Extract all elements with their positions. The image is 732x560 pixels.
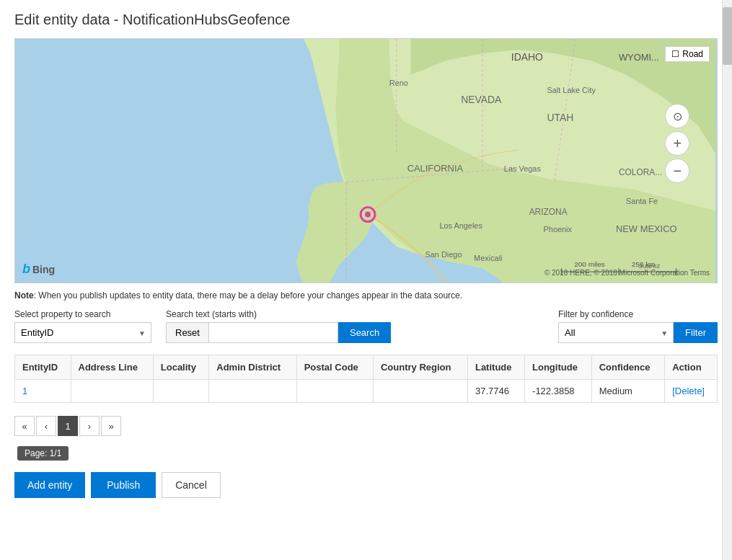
filter-select[interactable]: All High Medium Low <box>558 322 674 343</box>
search-button[interactable]: Search <box>338 322 391 343</box>
publish-button[interactable]: Publish <box>91 472 156 498</box>
bing-logo: b Bing <box>22 262 55 277</box>
property-select[interactable]: EntityID Address Line Locality Admin Dis… <box>14 322 151 343</box>
svg-text:Salt Lake City: Salt Lake City <box>547 86 596 94</box>
zoom-in-icon: + <box>673 135 682 152</box>
cell-confidence: Medium <box>591 380 664 403</box>
svg-text:San Diego: San Diego <box>425 250 462 259</box>
reset-button[interactable]: Reset <box>166 322 208 343</box>
col-locality: Locality <box>153 355 209 380</box>
search-input-row: Reset Search <box>166 322 391 343</box>
svg-text:NEW MEXICO: NEW MEXICO <box>616 223 677 234</box>
col-admin-district: Admin District <box>209 355 296 380</box>
bing-label: Bing <box>32 264 55 275</box>
filter-select-wrapper: All High Medium Low ▼ <box>558 322 674 343</box>
property-search-group: Select property to search EntityID Addre… <box>14 309 151 343</box>
col-confidence: Confidence <box>591 355 664 380</box>
road-label: Road <box>682 49 703 59</box>
add-entity-button[interactable]: Add entity <box>14 472 85 498</box>
map-area: IDAHO WYOMI... NEVADA Reno UTAH Salt Lak… <box>14 38 718 283</box>
scrollbar[interactable] <box>722 0 732 560</box>
svg-text:CALIFORNIA: CALIFORNIA <box>407 163 464 174</box>
map-svg: IDAHO WYOMI... NEVADA Reno UTAH Salt Lak… <box>15 39 717 283</box>
entity-table: EntityID Address Line Locality Admin Dis… <box>14 355 718 403</box>
search-row: Select property to search EntityID Addre… <box>14 309 718 343</box>
cell-locality <box>153 380 209 403</box>
filter-group: Filter by confidence All High Medium Low… <box>558 309 718 343</box>
pagination-info: Page: 1/1 <box>14 446 718 461</box>
col-action: Action <box>665 355 718 380</box>
svg-text:UTAH: UTAH <box>547 112 574 123</box>
locate-button[interactable]: ⊙ <box>665 104 689 128</box>
svg-text:200 miles: 200 miles <box>574 260 605 268</box>
table-header-row: EntityID Address Line Locality Admin Dis… <box>15 355 718 380</box>
table-row: 1 37.7746 -122.3858 Medium [Delete] <box>15 380 718 403</box>
zoom-in-button[interactable]: + <box>665 131 689 156</box>
cell-entity-id: 1 <box>15 380 71 403</box>
svg-text:ARIZONA: ARIZONA <box>529 207 568 217</box>
col-longitude: Longitude <box>525 355 592 380</box>
zoom-out-button[interactable]: − <box>665 159 689 183</box>
svg-text:Los Angeles: Los Angeles <box>439 221 482 230</box>
search-input[interactable] <box>208 322 338 343</box>
svg-point-35 <box>365 212 371 218</box>
col-latitude: Latitude <box>467 355 524 380</box>
property-search-label: Select property to search <box>14 309 151 319</box>
search-text-group: Search text (starts with) Reset Search <box>166 309 391 343</box>
cell-postal-code <box>296 380 373 403</box>
svg-text:Mexicali: Mexicali <box>474 254 502 262</box>
col-postal-code: Postal Code <box>296 355 373 380</box>
main-container: Edit entity data - NotificationHubsGeofe… <box>0 0 732 560</box>
note-bold: Note <box>14 290 34 301</box>
svg-text:NEVADA: NEVADA <box>461 94 502 105</box>
search-text-label: Search text (starts with) <box>166 309 391 319</box>
filter-label: Filter by confidence <box>558 309 718 319</box>
pagination-first-button[interactable]: « <box>14 416 35 436</box>
zoom-out-icon: − <box>673 163 682 179</box>
svg-text:IDAHO: IDAHO <box>511 51 543 63</box>
col-address-line: Address Line <box>71 355 153 380</box>
filter-row: All High Medium Low ▼ Filter <box>558 322 718 343</box>
note-text: Note: When you publish updates to entity… <box>14 290 718 301</box>
road-checkbox-icon: ☐ <box>671 49 679 59</box>
svg-text:Phoenix: Phoenix <box>544 225 573 234</box>
cell-country-region <box>373 380 467 403</box>
pagination-prev-button[interactable]: ‹ <box>36 416 56 436</box>
entity-id-link[interactable]: 1 <box>22 386 27 396</box>
map-controls: ☐ Road ⊙ + − <box>665 46 710 183</box>
svg-text:250 km: 250 km <box>632 260 656 268</box>
cancel-button[interactable]: Cancel <box>162 472 221 498</box>
pagination-row: « ‹ 1 › » <box>14 410 718 442</box>
svg-text:Las Vegas: Las Vegas <box>504 164 542 173</box>
svg-text:WYOMI...: WYOMI... <box>619 52 659 63</box>
pagination-current-button[interactable]: 1 <box>58 416 78 436</box>
delete-link[interactable]: [Delete] <box>672 386 705 396</box>
col-entity-id: EntityID <box>15 355 71 380</box>
cell-latitude: 37.7746 <box>467 380 524 403</box>
scrollbar-thumb[interactable] <box>723 7 732 65</box>
note-body: : When you publish updates to entity dat… <box>34 290 462 301</box>
filter-button[interactable]: Filter <box>674 322 718 343</box>
cell-longitude: -122.3858 <box>525 380 592 403</box>
page-title: Edit entity data - NotificationHubsGeofe… <box>14 12 718 28</box>
svg-text:COLORA...: COLORA... <box>619 167 662 177</box>
cell-action: [Delete] <box>665 380 718 403</box>
road-view-button[interactable]: ☐ Road <box>665 46 710 62</box>
svg-text:Santa Fe: Santa Fe <box>626 197 658 205</box>
svg-text:Reno: Reno <box>389 79 408 87</box>
pagination-next-button[interactable]: › <box>79 416 100 436</box>
page-info-label: Page: 1/1 <box>17 446 69 461</box>
col-country-region: Country Region <box>373 355 467 380</box>
property-select-wrapper: EntityID Address Line Locality Admin Dis… <box>14 322 151 343</box>
map-copyright: © 2018 HERE, © 2018 Microsoft Corporatio… <box>544 269 710 277</box>
cell-address-line <box>71 380 153 403</box>
pagination-last-button[interactable]: » <box>101 416 121 436</box>
cell-admin-district <box>209 380 296 403</box>
bottom-action-row: Add entity Publish Cancel <box>14 472 718 498</box>
